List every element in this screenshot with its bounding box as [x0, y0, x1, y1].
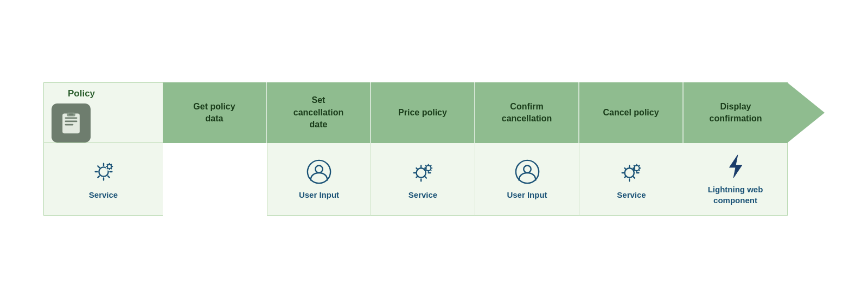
- icon-cell-user-input-2: User Input: [475, 143, 579, 216]
- step-label-cancel-policy: Cancel policy: [603, 107, 659, 119]
- service-gear-icon-3: [618, 158, 645, 185]
- user-input-1-label: User Input: [299, 190, 339, 200]
- svg-marker-18: [729, 155, 742, 178]
- icon-cell-lightning: Lightning web component: [684, 143, 788, 216]
- svg-point-11: [315, 165, 322, 172]
- step-label-display-confirmation: Display confirmation: [710, 101, 762, 125]
- policy-label: Policy: [52, 88, 95, 99]
- arrow-head: [788, 82, 825, 143]
- step-set-cancellation: Set cancellation date: [267, 82, 371, 143]
- icon-cell-service-3: Service: [579, 143, 684, 216]
- step-cancel-policy: Cancel policy: [579, 82, 684, 143]
- step-label-confirm-cancellation: Confirm cancellation: [502, 101, 552, 125]
- user-input-icon-1: [305, 158, 333, 185]
- svg-rect-1: [65, 117, 78, 119]
- lightning-icon: [722, 153, 749, 180]
- svg-rect-2: [65, 121, 78, 122]
- policy-box: Policy: [43, 82, 163, 143]
- lightning-label: Lightning web component: [708, 184, 763, 205]
- icon-cell-service-1: Service: [43, 143, 163, 216]
- policy-icon: [59, 111, 83, 135]
- step-price-policy: Price policy: [371, 82, 475, 143]
- service-1-label: Service: [89, 190, 118, 200]
- service-3-label: Service: [617, 190, 646, 200]
- step-display-confirmation: Display confirmation: [684, 82, 788, 143]
- step-label-set-cancellation: Set cancellation date: [293, 94, 343, 131]
- step-confirm-cancellation: Confirm cancellation: [475, 82, 579, 143]
- step-label-price-policy: Price policy: [398, 107, 447, 119]
- step-label-get-policy: Get policy data: [193, 101, 235, 125]
- svg-rect-5: [69, 113, 74, 115]
- service-2-label: Service: [409, 190, 437, 200]
- step-get-policy: Get policy data: [163, 82, 267, 143]
- svg-point-15: [524, 165, 531, 172]
- user-input-icon-2: [514, 158, 541, 185]
- user-input-2-label: User Input: [507, 190, 547, 200]
- svg-rect-3: [65, 124, 74, 126]
- svg-rect-0: [62, 113, 80, 133]
- policy-icon-box: [52, 103, 91, 142]
- service-gear-icon-2: [410, 158, 437, 185]
- process-grid: Policy Get policy data Set cancellation …: [43, 82, 825, 216]
- icon-cell-service-2: Service: [371, 143, 475, 216]
- icon-cell-user-input-1: User Input: [267, 143, 371, 216]
- chevron-icon: [788, 83, 825, 142]
- service-gear-icon-1: [90, 158, 117, 185]
- diagram-container: Policy Get policy data Set cancellation …: [27, 72, 841, 226]
